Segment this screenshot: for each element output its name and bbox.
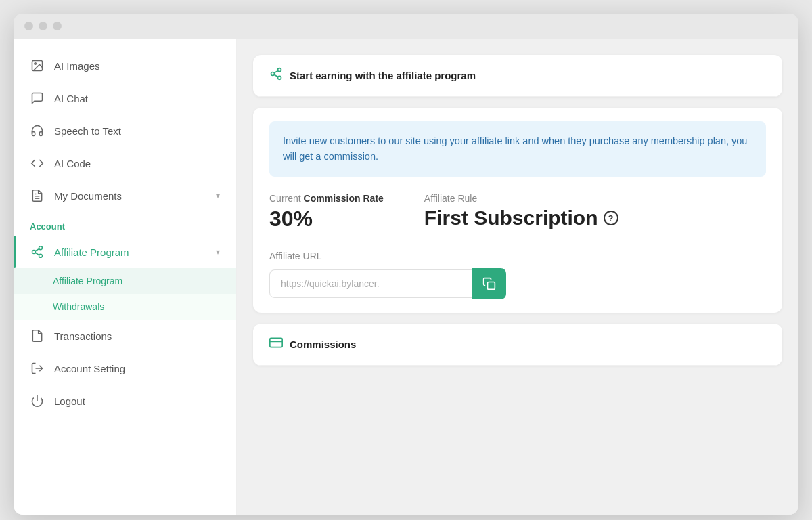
affiliate-header-card: Start earning with the affiliate program [253, 55, 782, 97]
sidebar-item-speech-to-text[interactable]: Speech to Text [14, 114, 236, 147]
sidebar-item-account-setting-label: Account Setting [54, 363, 125, 374]
traffic-light-close[interactable] [24, 22, 33, 30]
main-content: Start earning with the affiliate program… [237, 39, 798, 515]
document-icon [30, 188, 45, 203]
affiliate-submenu: Affiliate Program Withdrawals [14, 268, 236, 320]
affiliate-rule-value: First Subscription ? [424, 207, 618, 230]
sidebar-item-ai-chat-label: AI Chat [54, 93, 88, 104]
active-indicator [14, 236, 16, 268]
image-icon [30, 58, 45, 73]
sidebar-item-affiliate-label: Affiliate Program [54, 246, 129, 258]
info-box: Invite new customers to our site using y… [269, 121, 766, 177]
app-window: AI Images AI Chat Speech to Text [14, 14, 798, 515]
sub-item-withdrawals[interactable]: Withdrawals [14, 294, 236, 320]
svg-point-6 [39, 254, 43, 257]
svg-line-14 [274, 74, 278, 77]
sidebar-item-logout-label: Logout [54, 395, 85, 407]
account-section-label: Account [14, 212, 236, 236]
svg-line-8 [35, 248, 39, 251]
url-label: Affiliate URL [269, 251, 766, 261]
sidebar-item-ai-code[interactable]: AI Code [14, 147, 236, 179]
commissions-card-header: Commissions [253, 324, 782, 366]
sub-item-withdrawals-label: Withdrawals [53, 301, 104, 312]
sidebar-item-transactions[interactable]: Transactions [14, 320, 236, 352]
affiliate-rule-stat: Affiliate Rule First Subscription ? [424, 193, 618, 232]
svg-point-13 [278, 76, 281, 79]
chat-icon [30, 91, 45, 106]
affiliate-chevron: ▾ [216, 247, 220, 257]
svg-point-5 [32, 251, 36, 254]
window-body: AI Images AI Chat Speech to Text [14, 39, 798, 515]
sidebar: AI Images AI Chat Speech to Text [14, 39, 237, 515]
affiliate-url-input[interactable] [269, 269, 472, 298]
sub-item-affiliate-label: Affiliate Program [53, 276, 122, 286]
affiliate-header-icon [269, 67, 283, 84]
sidebar-item-affiliate-program[interactable]: Affiliate Program ▾ [14, 236, 236, 268]
help-icon[interactable]: ? [604, 211, 618, 225]
copy-button[interactable] [472, 268, 506, 299]
sidebar-item-account-setting[interactable]: Account Setting [14, 352, 236, 385]
svg-point-4 [39, 246, 43, 250]
money-icon [269, 336, 283, 353]
my-documents-chevron: ▾ [216, 191, 220, 200]
url-row [269, 268, 766, 299]
traffic-light-maximize[interactable] [53, 22, 62, 30]
svg-point-11 [278, 68, 281, 72]
sidebar-item-transactions-label: Transactions [54, 330, 112, 342]
commissions-title: Commissions [290, 339, 356, 350]
sidebar-item-speech-to-text-label: Speech to Text [54, 125, 121, 137]
code-icon [30, 156, 45, 171]
headphone-icon [30, 123, 45, 138]
sidebar-item-ai-code-label: AI Code [54, 158, 91, 169]
sidebar-item-my-documents-label: My Documents [54, 190, 122, 202]
stats-row: Current Commission Rate 30% Affiliate Ru… [269, 193, 766, 232]
svg-rect-17 [270, 339, 282, 347]
traffic-light-minimize[interactable] [39, 22, 47, 30]
svg-point-12 [271, 72, 275, 76]
commission-rate-stat: Current Commission Rate 30% [269, 193, 384, 232]
sidebar-item-logout[interactable]: Logout [14, 385, 236, 417]
affiliate-card-header: Start earning with the affiliate program [253, 55, 782, 97]
affiliate-header-title: Start earning with the affiliate program [290, 70, 476, 81]
share-icon [30, 244, 45, 259]
sidebar-item-ai-images[interactable]: AI Images [14, 49, 236, 82]
svg-rect-16 [488, 282, 495, 290]
affiliate-info-card-body: Invite new customers to our site using y… [253, 108, 782, 313]
transactions-icon [30, 328, 45, 343]
sidebar-item-my-documents[interactable]: My Documents ▾ [14, 179, 236, 212]
svg-point-1 [35, 63, 37, 65]
affiliate-rule-label: Affiliate Rule [424, 193, 618, 204]
url-section: Affiliate URL [269, 251, 766, 299]
sub-item-affiliate-program[interactable]: Affiliate Program [14, 268, 236, 294]
commissions-card: Commissions [253, 324, 782, 366]
commission-rate-value: 30% [269, 207, 384, 232]
commission-rate-label: Current Commission Rate [269, 193, 384, 204]
svg-line-15 [274, 70, 278, 72]
svg-line-7 [35, 253, 39, 255]
affiliate-info-card: Invite new customers to our site using y… [253, 108, 782, 313]
sidebar-item-ai-images-label: AI Images [54, 60, 100, 72]
account-setting-icon [30, 361, 45, 376]
sidebar-item-ai-chat[interactable]: AI Chat [14, 82, 236, 114]
title-bar [14, 14, 798, 39]
info-box-text: Invite new customers to our site using y… [283, 135, 747, 162]
power-icon [30, 393, 45, 408]
